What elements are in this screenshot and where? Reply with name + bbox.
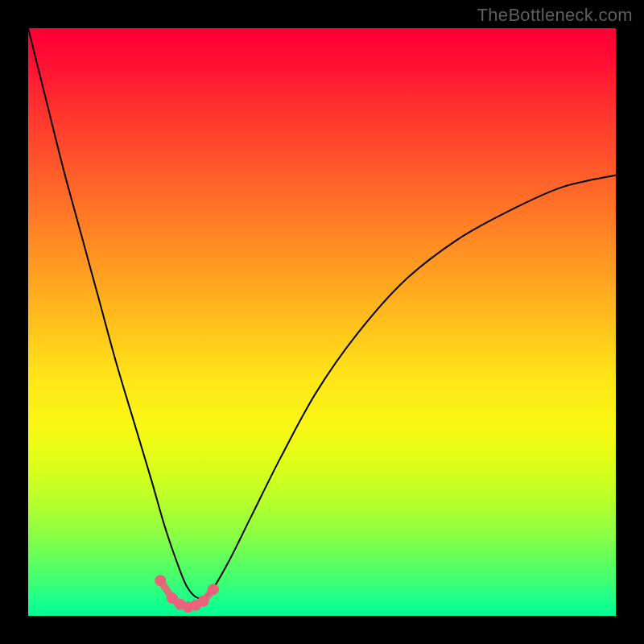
outer-frame: TheBottleneck.com: [0, 0, 644, 644]
trough-markers: [155, 575, 219, 613]
trough-marker: [155, 575, 166, 586]
bottleneck-curve-path: [28, 28, 616, 599]
plot-area: [28, 28, 616, 616]
trough-marker: [198, 596, 209, 607]
trough-marker: [208, 584, 219, 595]
curve-svg: [28, 28, 616, 616]
bottleneck-curve: [28, 28, 616, 599]
attribution-label: TheBottleneck.com: [477, 5, 633, 26]
